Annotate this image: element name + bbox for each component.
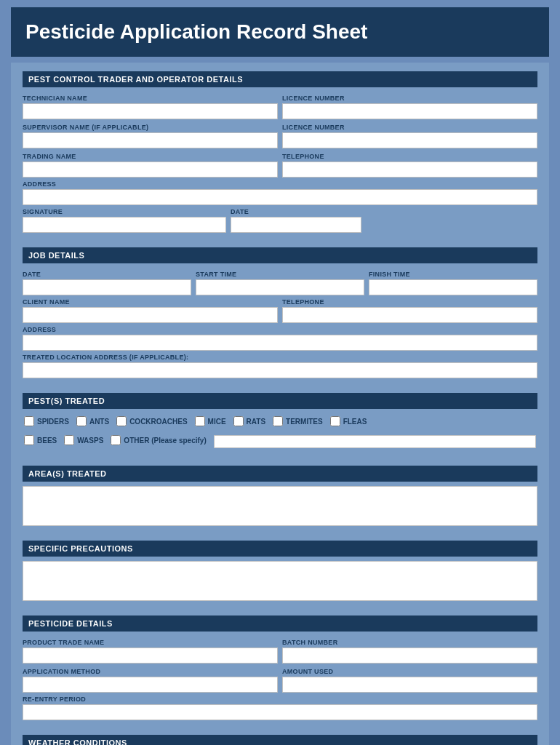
termites-label: TERMITES bbox=[286, 418, 323, 426]
technician-name-label: TECHNICIAN NAME bbox=[23, 95, 278, 102]
batch-number-label: BATCH NUMBER bbox=[282, 639, 537, 646]
finish-time-field: FINISH TIME bbox=[369, 268, 537, 295]
start-time-input[interactable] bbox=[196, 279, 364, 295]
areas-textarea[interactable] bbox=[23, 486, 537, 526]
mice-checkbox-item: MICE bbox=[195, 416, 226, 426]
pesticide-section-header: PESTICIDE DETAILS bbox=[23, 615, 537, 632]
trading-name-label: TRADING NAME bbox=[23, 153, 278, 160]
pests-row-2: BEES WASPS OTHER (Please specify) bbox=[23, 432, 537, 451]
product-trade-name-label: PRODUCT TRADE NAME bbox=[23, 639, 278, 646]
address-1-label: ADDRESS bbox=[23, 180, 537, 188]
operator-section: PEST CONTROL TRADER AND OPERATOR DETAILS… bbox=[18, 68, 542, 239]
product-trade-name-field: PRODUCT TRADE NAME bbox=[23, 636, 278, 664]
job-telephone-field: TELEPHONE bbox=[282, 295, 537, 323]
amount-used-label: AMOUNT USED bbox=[282, 668, 537, 675]
date-1-input[interactable] bbox=[231, 217, 361, 233]
bees-checkbox-item: BEES bbox=[24, 435, 57, 445]
bees-checkbox[interactable] bbox=[24, 435, 34, 445]
fleas-checkbox-item: FLEAS bbox=[330, 416, 367, 426]
client-name-field: CLIENT NAME bbox=[23, 295, 278, 323]
spiders-label: SPIDERS bbox=[37, 418, 69, 426]
job-address-input[interactable] bbox=[23, 335, 537, 351]
operator-section-header: PEST CONTROL TRADER AND OPERATOR DETAILS bbox=[23, 71, 537, 87]
re-entry-period-label: RE-ENTRY PERIOD bbox=[23, 696, 537, 703]
date-1-field: DATE bbox=[231, 205, 361, 233]
finish-time-label: FINISH TIME bbox=[369, 271, 537, 278]
trading-name-input[interactable] bbox=[23, 162, 278, 178]
treated-location-label: TREATED LOCATION ADDRESS (IF APPLICABLE)… bbox=[23, 354, 537, 361]
ants-label: ANTS bbox=[89, 418, 109, 426]
licence-number-1-label: LICENCE NUMBER bbox=[282, 95, 537, 102]
cockroaches-label: COCKROACHES bbox=[129, 418, 187, 426]
job-date-label: DATE bbox=[23, 271, 191, 278]
licence-number-2-label: LICENCE NUMBER bbox=[282, 124, 537, 131]
licence-number-1-field: LICENCE NUMBER bbox=[282, 92, 537, 119]
rats-checkbox[interactable] bbox=[233, 416, 244, 426]
precautions-section: SPECIFIC PRECAUTIONS bbox=[18, 538, 542, 607]
application-method-input[interactable] bbox=[23, 677, 278, 693]
wasps-label: WASPS bbox=[77, 437, 103, 445]
licence-number-2-input[interactable] bbox=[282, 132, 537, 148]
spiders-checkbox[interactable] bbox=[24, 416, 34, 426]
other-specify-input[interactable] bbox=[214, 435, 536, 448]
wasps-checkbox[interactable] bbox=[64, 435, 74, 445]
application-method-field: APPLICATION METHOD bbox=[23, 665, 278, 693]
fleas-checkbox[interactable] bbox=[330, 416, 340, 426]
mice-checkbox[interactable] bbox=[195, 416, 205, 426]
signature-input[interactable] bbox=[23, 217, 226, 233]
ants-checkbox-item: ANTS bbox=[76, 416, 109, 426]
form-container: PEST CONTROL TRADER AND OPERATOR DETAILS… bbox=[11, 63, 549, 745]
technician-name-input[interactable] bbox=[23, 103, 278, 119]
precautions-textarea[interactable] bbox=[23, 561, 537, 601]
pests-section-header: PEST(S) TREATED bbox=[23, 393, 537, 409]
product-trade-name-input[interactable] bbox=[23, 648, 278, 664]
address-1-input[interactable] bbox=[23, 189, 537, 205]
bees-label: BEES bbox=[37, 437, 57, 445]
cockroaches-checkbox-item: COCKROACHES bbox=[116, 416, 187, 426]
pests-section: PEST(S) TREATED SPIDERS ANTS COCKROACHES… bbox=[18, 390, 542, 457]
weather-section-header: WEATHER CONDITIONS bbox=[23, 735, 537, 745]
job-section-header: JOB DETAILS bbox=[23, 247, 537, 263]
pests-row-1: SPIDERS ANTS COCKROACHES MICE RATS bbox=[23, 413, 537, 432]
ants-checkbox[interactable] bbox=[76, 416, 87, 426]
other-checkbox-item: OTHER (Please specify) bbox=[111, 435, 206, 445]
treated-location-input[interactable] bbox=[23, 362, 537, 378]
pesticide-section: PESTICIDE DETAILS PRODUCT TRADE NAME BAT… bbox=[18, 613, 542, 726]
batch-number-field: BATCH NUMBER bbox=[282, 636, 537, 664]
other-checkbox[interactable] bbox=[111, 435, 121, 445]
job-date-field: DATE bbox=[23, 268, 191, 295]
cockroaches-checkbox[interactable] bbox=[116, 416, 127, 426]
client-name-input[interactable] bbox=[23, 307, 278, 323]
trading-name-field: TRADING NAME bbox=[23, 150, 278, 178]
amount-used-field: AMOUNT USED bbox=[282, 665, 537, 693]
job-address-field: ADDRESS bbox=[23, 326, 537, 351]
areas-section-header: AREA(S) TREATED bbox=[23, 466, 537, 482]
other-label: OTHER (Please specify) bbox=[124, 437, 206, 445]
licence-number-1-input[interactable] bbox=[282, 103, 537, 119]
job-time-row: DATE START TIME FINISH TIME bbox=[23, 268, 537, 295]
termites-checkbox-item: TERMITES bbox=[273, 416, 323, 426]
address-1-field: ADDRESS bbox=[23, 180, 537, 205]
finish-time-input[interactable] bbox=[369, 279, 537, 295]
mice-label: MICE bbox=[208, 418, 226, 426]
job-telephone-input[interactable] bbox=[282, 307, 537, 323]
fleas-label: FLEAS bbox=[343, 418, 367, 426]
precautions-section-header: SPECIFIC PRECAUTIONS bbox=[23, 541, 537, 557]
re-entry-period-field: RE-ENTRY PERIOD bbox=[23, 696, 537, 720]
telephone-1-label: TELEPHONE bbox=[282, 153, 537, 160]
licence-number-2-field: LICENCE NUMBER bbox=[282, 121, 537, 148]
termites-checkbox[interactable] bbox=[273, 416, 283, 426]
batch-number-input[interactable] bbox=[282, 648, 537, 664]
supervisor-name-input[interactable] bbox=[23, 132, 278, 148]
signature-label: SIGNATURE bbox=[23, 208, 226, 215]
wasps-checkbox-item: WASPS bbox=[64, 435, 103, 445]
job-date-input[interactable] bbox=[23, 279, 191, 295]
re-entry-period-input[interactable] bbox=[23, 704, 537, 720]
spiders-checkbox-item: SPIDERS bbox=[24, 416, 69, 426]
signature-date-row: SIGNATURE DATE bbox=[23, 205, 537, 233]
amount-used-input[interactable] bbox=[282, 677, 537, 693]
job-telephone-label: TELEPHONE bbox=[282, 298, 537, 306]
telephone-1-input[interactable] bbox=[282, 162, 537, 178]
rats-checkbox-item: RATS bbox=[233, 416, 265, 426]
job-section: JOB DETAILS DATE START TIME FINISH TIME … bbox=[18, 244, 542, 384]
